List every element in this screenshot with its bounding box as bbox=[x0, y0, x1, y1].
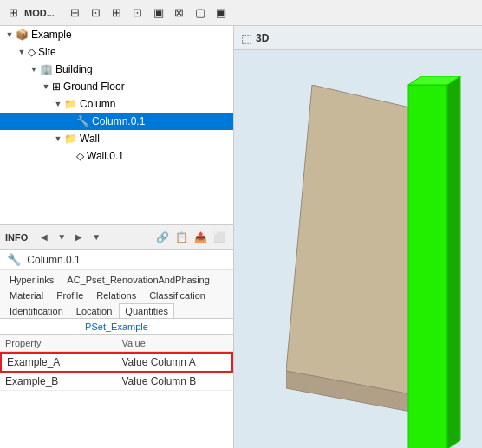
prop-col-header-value: Value bbox=[117, 335, 234, 351]
tree-scroll[interactable]: 📦 Example ◇ Site 🏢 Building bbox=[0, 26, 233, 224]
svg-marker-3 bbox=[447, 76, 460, 448]
tree-label-example: Example bbox=[31, 29, 72, 41]
svg-rect-2 bbox=[408, 85, 447, 448]
element-icon-wall01: ◇ bbox=[76, 150, 84, 162]
tree-arrow-column-group[interactable] bbox=[52, 98, 64, 110]
toolbar-btn-8[interactable]: ▣ bbox=[212, 3, 231, 23]
toolbar-btn-3[interactable]: ⊞ bbox=[107, 3, 127, 23]
tree-item-example[interactable]: 📦 Example bbox=[0, 26, 233, 43]
nav-back-btn[interactable]: ◀ bbox=[36, 230, 52, 245]
tree-item-column-group[interactable]: 📁 Column bbox=[0, 95, 233, 113]
tree-item-wall01[interactable]: ◇ Wall.0.1 bbox=[0, 147, 233, 165]
folder-icon-column: 📁 bbox=[64, 98, 77, 110]
model-icon[interactable]: ⊞ bbox=[3, 3, 23, 23]
tree-arrow-wall-group[interactable] bbox=[52, 133, 64, 145]
column-3d-shape bbox=[395, 76, 465, 448]
info-object-name-row: 🔧 Column.0.1 bbox=[0, 250, 233, 270]
info-header: INFO ◀ ▼ ▶ ▼ 🔗 📋 📤 ⬜ bbox=[0, 225, 233, 250]
info-panel: INFO ◀ ▼ ▶ ▼ 🔗 📋 📤 ⬜ 🔧 Column.0.1 Hype bbox=[0, 225, 233, 448]
tree-arrow-building[interactable] bbox=[28, 63, 40, 75]
tab-renovation[interactable]: AC_Pset_RenovationAndPhasing bbox=[61, 272, 216, 287]
info-link-btn[interactable]: 🔗 bbox=[153, 229, 171, 246]
view-title: 3D bbox=[256, 32, 269, 44]
prop-header-row: Property Value bbox=[0, 335, 233, 352]
toolbar-btn-6[interactable]: ⊠ bbox=[170, 3, 189, 23]
prop-row-example-a[interactable]: Example_A Value Column A bbox=[0, 352, 233, 373]
tree-item-building[interactable]: 🏢 Building bbox=[0, 61, 233, 78]
info-tabs: Hyperlinks AC_Pset_RenovationAndPhasing … bbox=[0, 270, 233, 319]
subtab-pset-example[interactable]: PSet_Example bbox=[81, 321, 152, 333]
tree-label-column01: Column.0.1 bbox=[92, 115, 145, 127]
toolbar-btn-1[interactable]: ⊟ bbox=[66, 3, 85, 23]
info-maximize-btn[interactable]: ⬜ bbox=[211, 229, 228, 246]
right-panel: ⬚ 3D bbox=[234, 26, 482, 448]
tree-label-wall01: Wall.0.1 bbox=[87, 150, 124, 162]
nav-forward-btn[interactable]: ▶ bbox=[71, 230, 87, 245]
prop-row-example-b[interactable]: Example_B Value Column B bbox=[0, 373, 233, 391]
tab-classification[interactable]: Classification bbox=[143, 288, 212, 302]
tab-quantities[interactable]: Quantities bbox=[119, 303, 174, 318]
tree-label-building: Building bbox=[55, 63, 93, 75]
cube-icon: ⬚ bbox=[241, 31, 252, 45]
info-panel-title: INFO bbox=[5, 232, 28, 243]
main-layout: 📦 Example ◇ Site 🏢 Building bbox=[0, 26, 482, 448]
info-actions: 🔗 📋 📤 ⬜ bbox=[153, 229, 228, 246]
info-copy-btn[interactable]: 📋 bbox=[173, 229, 190, 246]
toolbar-btn-7[interactable]: ▢ bbox=[191, 3, 210, 23]
toolbar-btn-2[interactable]: ⊡ bbox=[87, 3, 106, 23]
tree-arrow-groundfloor[interactable] bbox=[40, 81, 52, 93]
tree-label-site: Site bbox=[38, 46, 56, 58]
tree-panel: 📦 Example ◇ Site 🏢 Building bbox=[0, 26, 233, 225]
prop-cell-example-a-key: Example_A bbox=[2, 354, 117, 371]
main-toolbar: ⊞ MOD... ⊟ ⊡ ⊞ ⊡ ▣ ⊠ ▢ ▣ bbox=[0, 0, 482, 26]
toolbar-btn-5[interactable]: ▣ bbox=[149, 3, 168, 23]
tree-item-column01[interactable]: 🔧 Column.0.1 bbox=[0, 113, 233, 130]
nav-menu-btn[interactable]: ▼ bbox=[88, 230, 104, 245]
building-icon: 🏢 bbox=[40, 63, 53, 75]
shape-container bbox=[234, 50, 482, 448]
info-export-btn[interactable]: 📤 bbox=[192, 229, 209, 246]
site-icon: ◇ bbox=[28, 46, 36, 58]
view-header: ⬚ 3D bbox=[234, 26, 482, 50]
tab-identification[interactable]: Identification bbox=[3, 303, 69, 318]
info-object-name-label: Column.0.1 bbox=[27, 254, 80, 266]
3d-viewport[interactable] bbox=[234, 50, 482, 448]
tree-arrow-example[interactable] bbox=[3, 29, 16, 41]
toolbar-btn-4[interactable]: ⊡ bbox=[128, 3, 147, 23]
info-subtab: PSet_Example bbox=[0, 319, 233, 335]
toolbar-separator-1 bbox=[62, 5, 62, 21]
tab-profile[interactable]: Profile bbox=[50, 288, 89, 302]
tree-label-groundfloor: Ground Floor bbox=[63, 81, 125, 93]
prop-cell-example-b-value: Value Column B bbox=[117, 373, 234, 390]
toolbar-label: MOD... bbox=[24, 8, 55, 18]
nav-down-btn[interactable]: ▼ bbox=[54, 230, 69, 245]
tree-item-wall-group[interactable]: 📁 Wall bbox=[0, 130, 233, 147]
tree-arrow-site[interactable] bbox=[16, 46, 28, 58]
folder-icon-wall: 📁 bbox=[64, 133, 77, 145]
tab-material[interactable]: Material bbox=[3, 288, 49, 302]
tree-label-wall-group: Wall bbox=[80, 133, 100, 145]
folder-icon-example: 📦 bbox=[16, 29, 29, 41]
prop-col-header-property: Property bbox=[0, 335, 117, 351]
tree-item-groundfloor[interactable]: ⊞ Ground Floor bbox=[0, 78, 233, 95]
tab-hyperlinks[interactable]: Hyperlinks bbox=[3, 272, 60, 287]
property-table: Property Value Example_A Value Column A … bbox=[0, 335, 233, 448]
floor-icon: ⊞ bbox=[52, 81, 61, 93]
tree-item-site[interactable]: ◇ Site bbox=[0, 43, 233, 61]
left-panel: 📦 Example ◇ Site 🏢 Building bbox=[0, 26, 234, 448]
prop-cell-example-b-key: Example_B bbox=[0, 373, 117, 390]
tab-location[interactable]: Location bbox=[70, 303, 119, 318]
prop-cell-example-a-value: Value Column A bbox=[117, 354, 232, 371]
element-icon-column01: 🔧 bbox=[76, 115, 89, 127]
tree-label-column-group: Column bbox=[80, 98, 115, 110]
tab-relations[interactable]: Relations bbox=[90, 288, 142, 302]
object-icon: 🔧 bbox=[7, 253, 21, 266]
